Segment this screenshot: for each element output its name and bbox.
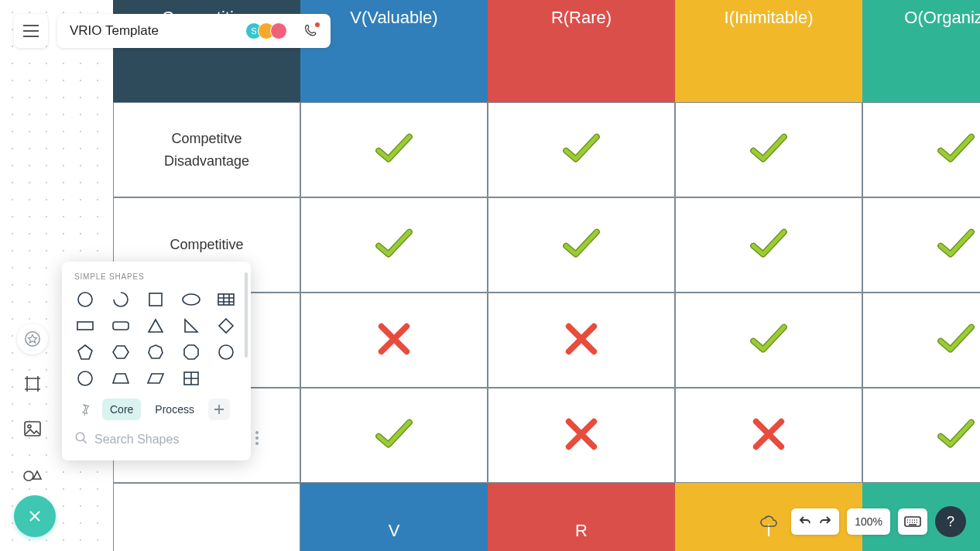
table-cell[interactable] xyxy=(675,293,862,388)
table-header[interactable]: R(Rare) xyxy=(488,0,675,102)
redo-button[interactable] xyxy=(819,515,831,529)
cross-icon xyxy=(748,416,790,456)
table-cell[interactable] xyxy=(300,197,488,293)
document-title-bar[interactable]: VRIO Template S xyxy=(57,14,331,48)
table-cell[interactable] xyxy=(488,293,675,388)
keyboard-icon xyxy=(904,516,921,527)
star-shape-icon xyxy=(24,330,41,347)
pin-button[interactable] xyxy=(74,399,96,420)
menu-icon xyxy=(23,25,39,37)
check-icon xyxy=(935,416,977,456)
image-icon xyxy=(23,420,42,437)
table-footer[interactable]: R xyxy=(488,483,675,551)
shape-ellipse[interactable] xyxy=(180,290,202,309)
table-cell[interactable] xyxy=(300,388,488,483)
undo-icon xyxy=(799,515,811,526)
shapes-tool[interactable] xyxy=(17,323,48,354)
shapes-panel: SIMPLE SHAPES Core Process xyxy=(62,262,251,460)
shape-circle2[interactable] xyxy=(74,369,96,388)
table-footer[interactable] xyxy=(113,483,300,551)
check-icon xyxy=(373,225,415,265)
svg-point-13 xyxy=(76,433,84,441)
shape-square[interactable] xyxy=(145,290,166,309)
svg-rect-1 xyxy=(25,422,40,436)
shape-grid2x2[interactable] xyxy=(180,369,202,388)
frame-tool[interactable] xyxy=(17,368,48,399)
shape-pentagon[interactable] xyxy=(74,343,96,361)
shape-circle[interactable] xyxy=(74,290,96,309)
check-icon xyxy=(748,130,790,170)
table-cell[interactable] xyxy=(675,102,862,197)
add-chip-button[interactable] xyxy=(208,399,230,420)
check-icon xyxy=(560,130,602,170)
check-icon xyxy=(373,130,415,170)
search-shapes-input[interactable] xyxy=(94,433,249,447)
shape-parallelogram[interactable] xyxy=(145,369,166,388)
check-icon xyxy=(748,320,790,361)
table-cell[interactable] xyxy=(488,102,675,197)
shape-hexagon[interactable] xyxy=(110,343,132,361)
image-tool[interactable] xyxy=(17,413,48,444)
svg-point-4 xyxy=(78,293,92,306)
table-cell[interactable] xyxy=(862,388,980,483)
table-cell[interactable] xyxy=(675,388,862,483)
panel-more-button[interactable] xyxy=(255,431,259,448)
hamburger-menu[interactable] xyxy=(14,14,48,48)
shapes-combo-icon xyxy=(22,465,43,482)
svg-point-14 xyxy=(255,431,259,434)
check-icon xyxy=(373,416,415,456)
shape-rounded-rect[interactable] xyxy=(110,317,132,335)
svg-point-6 xyxy=(183,294,200,305)
svg-point-2 xyxy=(28,425,31,428)
chip-process[interactable]: Process xyxy=(147,399,202,420)
shape-table[interactable] xyxy=(215,290,237,309)
shape-octagon[interactable] xyxy=(180,343,202,361)
status-bar: 100% ? xyxy=(754,506,966,537)
table-cell[interactable] xyxy=(862,102,980,197)
table-cell[interactable] xyxy=(488,388,675,483)
chip-core[interactable]: Core xyxy=(102,399,141,420)
more-vertical-icon xyxy=(255,431,259,445)
shape-triangle[interactable] xyxy=(145,317,166,335)
shape-decagon[interactable] xyxy=(215,343,237,361)
shape-blank[interactable] xyxy=(215,369,237,388)
document-title[interactable]: VRIO Template xyxy=(70,23,236,39)
table-cell[interactable] xyxy=(300,293,488,388)
zoom-level[interactable]: 100% xyxy=(847,508,890,535)
table-header[interactable]: O(Organized) xyxy=(862,0,980,102)
table-footer[interactable]: V xyxy=(300,483,488,551)
collaborator-avatars[interactable]: S xyxy=(245,22,287,39)
table-cell[interactable] xyxy=(675,197,862,293)
help-button[interactable]: ? xyxy=(935,506,966,537)
shape-right-triangle[interactable] xyxy=(180,317,202,335)
svg-rect-8 xyxy=(77,322,93,330)
close-panel-button[interactable] xyxy=(14,495,56,537)
cloud-sync-button[interactable] xyxy=(754,508,783,535)
shape-trapezoid[interactable] xyxy=(110,369,132,388)
check-icon xyxy=(560,225,602,265)
call-button[interactable] xyxy=(300,19,323,43)
frame-icon xyxy=(23,375,42,393)
shape-rectangle[interactable] xyxy=(74,317,96,335)
svg-point-3 xyxy=(24,471,33,481)
check-icon xyxy=(935,320,977,361)
shape-heptagon[interactable] xyxy=(145,343,166,361)
undo-button[interactable] xyxy=(799,515,811,529)
shape-diamond[interactable] xyxy=(215,317,237,335)
table-cell[interactable] xyxy=(862,197,980,293)
table-header[interactable]: I(Inimitable) xyxy=(675,0,862,102)
combine-shapes-tool[interactable] xyxy=(17,458,48,489)
table-cell[interactable] xyxy=(488,197,675,293)
avatar[interactable] xyxy=(270,22,287,39)
shape-arc[interactable] xyxy=(110,290,132,309)
svg-point-10 xyxy=(219,345,233,359)
table-cell[interactable] xyxy=(300,102,488,197)
keyboard-shortcuts-button[interactable] xyxy=(898,508,927,535)
left-toolbar xyxy=(17,323,48,489)
panel-scrollbar[interactable] xyxy=(245,272,248,358)
table-row-label[interactable]: CompetitveDisadvantage xyxy=(113,102,300,197)
close-icon xyxy=(27,508,43,524)
cross-icon xyxy=(560,416,602,456)
table-cell[interactable] xyxy=(862,293,980,388)
svg-rect-5 xyxy=(149,293,162,306)
